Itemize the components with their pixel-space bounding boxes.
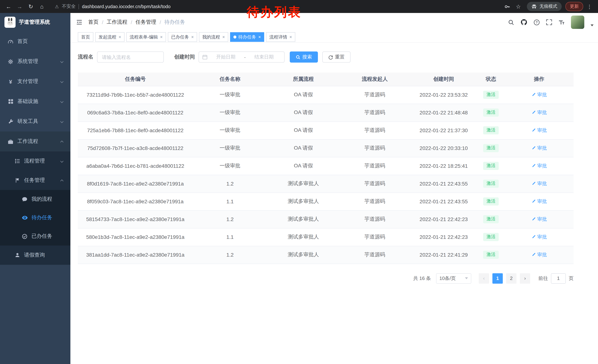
cell-action: 审批 xyxy=(505,175,573,193)
breadcrumb-workflow[interactable]: 工作流程 xyxy=(107,19,127,25)
chevron-down-icon xyxy=(60,100,64,103)
process-name-input[interactable] xyxy=(97,51,164,63)
tab-launch-process[interactable]: 发起流程× xyxy=(95,32,125,42)
sidebar-item-process-management[interactable]: 流程管理 xyxy=(0,152,70,171)
cell-action: 审批 xyxy=(505,104,573,121)
search-button[interactable]: 搜索 xyxy=(290,51,318,63)
sidebar-item-done-tasks[interactable]: 已办任务 xyxy=(0,227,70,245)
col-actions: 操作 xyxy=(505,73,573,86)
cell-task-id: 8f059c03-7ac8-11ec-a9e2-a2380e71991a xyxy=(78,193,193,210)
app-logo-row[interactable]: 芋道管理系统 xyxy=(0,13,70,32)
table-row: 73211d9d-7b9b-11ec-b5b7-acde48001122 一级审… xyxy=(78,86,573,104)
bookmark-star-icon[interactable]: ☆ xyxy=(514,2,523,11)
refresh-icon[interactable]: ↻ xyxy=(26,2,36,11)
breadcrumb-home[interactable]: 首页 xyxy=(88,19,99,25)
github-icon[interactable] xyxy=(521,19,527,25)
sidebar-item-task-management[interactable]: 任务管理 xyxy=(0,171,70,190)
table-header-row: 任务编号 任务名称 所属流程 流程发起人 创建时间 状态 操作 xyxy=(78,73,573,86)
cell-task-id: 75d72608-7b7f-11ec-a3c8-acde48001122 xyxy=(78,139,193,157)
approve-link[interactable]: 审批 xyxy=(531,251,547,258)
sidebar-fold-icon[interactable] xyxy=(70,13,88,32)
sidebar: 芋道管理系统 首页 系统管理 ¥ 支付管理 基础设施 研发工具 xyxy=(0,13,70,364)
goto-label: 前往 xyxy=(538,275,548,282)
close-icon[interactable]: × xyxy=(222,34,225,40)
fullscreen-icon[interactable] xyxy=(546,19,552,25)
update-button[interactable]: 更新 xyxy=(565,2,583,11)
close-icon[interactable]: × xyxy=(160,34,163,40)
table-row: 8f059c03-7ac8-11ec-a9e2-a2380e71991a 1.1… xyxy=(78,193,573,210)
avatar-caret-icon[interactable] xyxy=(590,24,594,26)
cell-initiator: 芋道源码 xyxy=(340,139,410,157)
tab-todo-tasks[interactable]: 待办任务× xyxy=(230,32,264,42)
date-range-picker[interactable]: 开始日期 - 结束日期 xyxy=(199,51,284,63)
cell-process: 测试多审批人 xyxy=(267,175,340,193)
page-button-2[interactable]: 2 xyxy=(506,273,516,283)
approve-link[interactable]: 审批 xyxy=(531,91,547,98)
sidebar-item-infrastructure[interactable]: 基础设施 xyxy=(0,91,70,112)
approve-link[interactable]: 审批 xyxy=(531,180,547,187)
avatar[interactable] xyxy=(571,16,584,29)
close-icon[interactable]: × xyxy=(258,34,261,40)
sidebar-item-todo-tasks[interactable]: 待办任务 xyxy=(0,209,70,227)
briefcase-icon xyxy=(8,139,14,144)
key-icon[interactable] xyxy=(502,2,512,11)
font-size-icon[interactable] xyxy=(558,19,565,25)
sidebar-item-payment[interactable]: ¥ 支付管理 xyxy=(0,72,70,91)
sidebar-item-label: 工作流程 xyxy=(17,138,38,145)
svg-text:?: ? xyxy=(536,20,538,24)
breadcrumb-task-management[interactable]: 任务管理 xyxy=(136,19,156,25)
tab-process-detail[interactable]: 流程详情× xyxy=(266,32,295,42)
home-icon[interactable]: ⌂ xyxy=(37,2,47,11)
approve-link[interactable]: 审批 xyxy=(531,162,547,169)
approve-link[interactable]: 审批 xyxy=(531,127,547,134)
search-icon[interactable] xyxy=(508,19,514,25)
tab-done-tasks[interactable]: 已办任务× xyxy=(168,32,197,42)
close-icon[interactable]: × xyxy=(289,34,292,40)
approve-link[interactable]: 审批 xyxy=(531,216,547,223)
page-unit-label: 页 xyxy=(569,275,573,282)
menu-dots-icon[interactable]: ⋮ xyxy=(585,2,594,11)
edit-pencil-icon xyxy=(531,110,536,115)
cell-initiator: 芋道源码 xyxy=(340,175,410,193)
grid-icon xyxy=(8,99,14,104)
cell-task-id: a6aba0a4-7b6d-11ec-b781-acde48001122 xyxy=(78,157,193,175)
goto-page-input[interactable] xyxy=(551,273,566,283)
status-badge: 激活 xyxy=(483,180,499,187)
cell-task-name: 1.2 xyxy=(193,210,267,228)
sidebar-item-leave-query[interactable]: 请假查询 xyxy=(0,245,70,265)
sidebar-item-label: 基础设施 xyxy=(17,98,38,105)
tab-my-processes[interactable]: 我的流程× xyxy=(199,32,228,42)
sidebar-item-system[interactable]: 系统管理 xyxy=(0,51,70,72)
back-icon[interactable]: ← xyxy=(4,2,13,11)
total-count-label: 共 16 条 xyxy=(413,275,431,282)
check-circle-icon xyxy=(22,234,28,239)
approve-link[interactable]: 审批 xyxy=(531,234,547,240)
pagination: 共 16 条 10条/页 ‹ 1 2 › 前往 页 xyxy=(78,273,573,283)
edit-pencil-icon xyxy=(531,164,536,168)
edit-pencil-icon xyxy=(531,217,536,221)
approve-link[interactable]: 审批 xyxy=(531,109,547,116)
forward-icon[interactable]: → xyxy=(15,2,25,11)
next-page-button[interactable]: › xyxy=(520,273,530,283)
sidebar-item-home[interactable]: 首页 xyxy=(0,32,70,51)
gear-icon xyxy=(8,59,14,64)
sidebar-item-dev-tools[interactable]: 研发工具 xyxy=(0,112,70,131)
help-icon[interactable]: ? xyxy=(533,19,540,25)
close-icon[interactable]: × xyxy=(191,34,194,40)
sidebar-item-my-processes[interactable]: 我的流程 xyxy=(0,190,70,209)
approve-link[interactable]: 审批 xyxy=(531,145,547,152)
approve-link[interactable]: 审批 xyxy=(531,198,547,205)
cell-initiator: 芋道源码 xyxy=(340,246,410,264)
prev-page-button[interactable]: ‹ xyxy=(479,273,489,283)
tab-process-form-edit[interactable]: 流程表单-编辑× xyxy=(126,32,166,42)
page-button-1[interactable]: 1 xyxy=(492,273,503,283)
tab-label: 发起流程 xyxy=(99,34,116,40)
close-icon[interactable]: × xyxy=(119,34,121,40)
col-task-name: 任务名称 xyxy=(193,73,267,86)
tab-label: 流程表单-编辑 xyxy=(130,34,158,40)
reset-button[interactable]: 重置 xyxy=(322,51,350,63)
tab-home[interactable]: 首页 xyxy=(78,32,93,42)
page-size-select[interactable]: 10条/页 xyxy=(436,273,471,283)
sidebar-item-workflow[interactable]: 工作流程 xyxy=(0,131,70,152)
cell-created: 2022-01-21 22:42:23 xyxy=(410,210,477,228)
